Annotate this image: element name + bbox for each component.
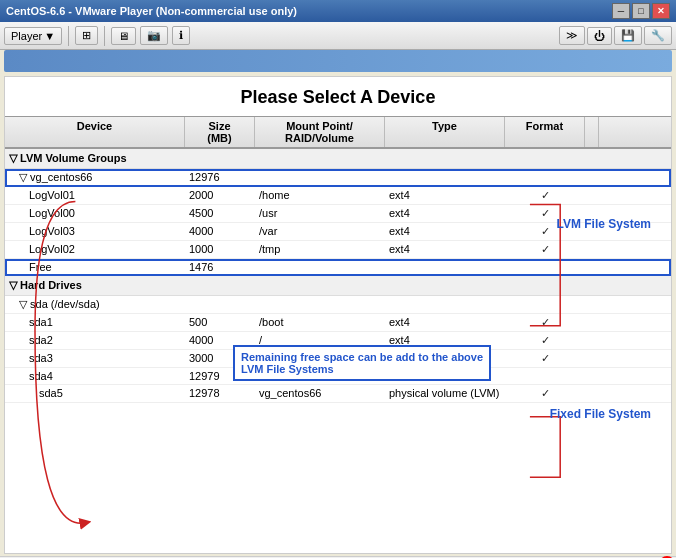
toolbar-right-icon-2[interactable]: ⏻ [587,27,612,45]
sda2-format: ✓ [505,332,585,349]
sda-mount [255,296,385,313]
logvol01-format: ✓ [505,187,585,204]
table-row-sda5[interactable]: sda5 12978 vg_centos66 physical volume (… [5,385,671,403]
sda4-name: sda4 [5,368,185,384]
col-scroll [585,117,599,147]
progress-area [4,50,672,72]
main-content: Please Select A Device Device Size(MB) M… [4,76,672,554]
sda-size [185,296,255,313]
logvol02-name: LogVol02 [5,241,185,258]
sda4-type: Extended [385,368,505,384]
player-label: Player [11,30,42,42]
vg-centos66-format [505,169,585,186]
table-body[interactable]: ▽ LVM Volume Groups ▽ vg_centos66 12976 … [5,149,671,403]
logvol01-type: ext4 [385,187,505,204]
logvol01-name: LogVol01 [5,187,185,204]
table-row-sda4[interactable]: sda4 12979 Extended [5,368,671,385]
logvol00-type: ext4 [385,205,505,222]
sda2-size: 4000 [185,332,255,349]
grid-icon: ⊞ [82,29,91,42]
toolbar-separator [68,26,69,46]
logvol02-type: ext4 [385,241,505,258]
maximize-button[interactable]: □ [632,3,650,19]
logvol00-name: LogVol00 [5,205,185,222]
sda1-mount: /boot [255,314,385,331]
fixed-file-system-label: Fixed File System [550,407,651,421]
sda4-format [505,368,585,384]
device-table: Device Size(MB) Mount Point/RAID/Volume … [5,116,671,553]
logvol02-mount: /tmp [255,241,385,258]
screenshot-icon: 🖥 [118,30,129,42]
col-device: Device [5,117,185,147]
toolbar-separator-2 [104,26,105,46]
sda-type [385,296,505,313]
collapse-vg-icon[interactable]: ▽ [19,171,27,183]
logvol03-name: LogVol03 [5,223,185,240]
sda1-type: ext4 [385,314,505,331]
free-name: Free [5,259,185,275]
sda4-size: 12979 [185,368,255,384]
table-row-sda2[interactable]: sda2 4000 / ext4 ✓ [5,332,671,350]
vg-centos66-name: ▽ vg_centos66 [5,169,185,186]
logvol03-size: 4000 [185,223,255,240]
logvol03-mount: /var [255,223,385,240]
info-icon: ℹ [179,29,183,42]
collapse-sda-icon[interactable]: ▽ [19,298,27,310]
sda2-type: ext4 [385,332,505,349]
table-row-logvol00[interactable]: LogVol00 4500 /usr ext4 ✓ [5,205,671,223]
window-title: CentOS-6.6 - VMware Player (Non-commerci… [6,5,612,17]
group-hard-drives: ▽ Hard Drives [5,276,671,296]
sda3-format: ✓ [505,350,585,367]
progress-fill [4,50,672,72]
logvol01-size: 2000 [185,187,255,204]
window-controls: ─ □ ✕ [612,3,670,19]
capture-icon: 📷 [147,29,161,42]
sda5-name: sda5 [5,385,185,402]
sda3-name: sda3 [5,350,185,367]
toolbar: Player ▼ ⊞ 🖥 📷 ℹ ≫ ⏻ 💾 🔧 [0,22,676,50]
toolbar-icon-4[interactable]: ℹ [172,26,190,45]
table-row-logvol03[interactable]: LogVol03 4000 /var ext4 ✓ [5,223,671,241]
table-row-logvol02[interactable]: LogVol02 1000 /tmp ext4 ✓ [5,241,671,259]
collapse-lvm-icon[interactable]: ▽ [9,152,17,164]
sda5-size: 12978 [185,385,255,402]
toolbar-right-icon-3[interactable]: 💾 [614,26,642,45]
col-size: Size(MB) [185,117,255,147]
logvol00-size: 4500 [185,205,255,222]
toolbar-icon-1[interactable]: ⊞ [75,26,98,45]
table-row-sda3[interactable]: sda3 3000 swap ✓ [5,350,671,368]
sda3-size: 3000 [185,350,255,367]
toolbar-icon-3[interactable]: 📷 [140,26,168,45]
vg-centos66-type [385,169,505,186]
sda3-type: swap [385,350,505,367]
toolbar-right-icon-1[interactable]: ≫ [559,26,585,45]
logvol00-mount: /usr [255,205,385,222]
table-row-vg-centos66[interactable]: ▽ vg_centos66 12976 [5,169,671,187]
table-row-logvol01[interactable]: LogVol01 2000 /home ext4 ✓ [5,187,671,205]
free-type [385,259,505,275]
col-mount: Mount Point/RAID/Volume [255,117,385,147]
sda2-name: sda2 [5,332,185,349]
table-row-sda[interactable]: ▽ sda (/dev/sda) [5,296,671,314]
sda5-type: physical volume (LVM) [385,385,505,402]
table-row-sda1[interactable]: sda1 500 /boot ext4 ✓ [5,314,671,332]
sda5-format: ✓ [505,385,585,402]
logvol02-size: 1000 [185,241,255,258]
table-header: Device Size(MB) Mount Point/RAID/Volume … [5,116,671,149]
sda5-mount: vg_centos66 [255,385,385,402]
table-wrapper: ▽ LVM Volume Groups ▽ vg_centos66 12976 … [5,149,671,553]
player-menu-button[interactable]: Player ▼ [4,27,62,45]
minimize-button[interactable]: ─ [612,3,630,19]
toolbar-right-icon-4[interactable]: 🔧 [644,26,672,45]
logvol02-format: ✓ [505,241,585,258]
chevron-down-icon: ▼ [44,30,55,42]
toolbar-icon-2[interactable]: 🖥 [111,27,136,45]
logvol03-format: ✓ [505,223,585,240]
collapse-hd-icon[interactable]: ▽ [9,279,17,291]
table-row-free[interactable]: Free 1476 [5,259,671,276]
logvol00-format: ✓ [505,205,585,222]
sda1-format: ✓ [505,314,585,331]
close-button[interactable]: ✕ [652,3,670,19]
col-format: Format [505,117,585,147]
page-title: Please Select A Device [5,77,671,116]
